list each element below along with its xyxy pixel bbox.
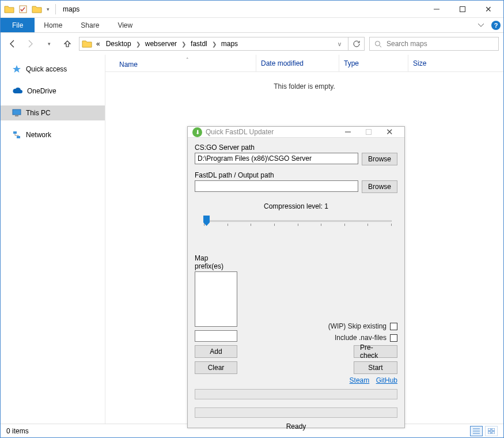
progress-bar-2 bbox=[195, 407, 397, 418]
dialog-minimize-button[interactable] bbox=[338, 127, 358, 137]
search-placeholder: Search maps bbox=[386, 40, 427, 48]
server-path-input[interactable] bbox=[195, 153, 358, 164]
up-button[interactable] bbox=[60, 37, 74, 51]
breadcrumb[interactable]: Desktop bbox=[104, 40, 133, 48]
tab-share[interactable]: Share bbox=[71, 18, 108, 32]
tab-file[interactable]: File bbox=[1, 18, 35, 32]
include-nav-row[interactable]: Include .nav-files bbox=[249, 334, 397, 342]
help-button[interactable]: ? bbox=[488, 18, 503, 32]
svg-point-3 bbox=[376, 41, 380, 46]
qat-dropdown-icon[interactable]: ▾ bbox=[44, 6, 52, 12]
view-details-icon[interactable] bbox=[470, 426, 483, 436]
slider-ticks bbox=[204, 224, 392, 227]
recent-dropdown-icon[interactable]: ▾ bbox=[42, 37, 56, 51]
fastdl-path-input[interactable] bbox=[195, 180, 358, 192]
back-button[interactable] bbox=[5, 37, 19, 51]
map-prefix-input[interactable] bbox=[195, 330, 237, 342]
tab-view[interactable]: View bbox=[108, 18, 142, 32]
sidebar-item-onedrive[interactable]: OneDrive bbox=[1, 84, 105, 99]
window-titlebar: ▾ maps ✕ bbox=[1, 1, 503, 18]
precheck-button[interactable]: Pre-check bbox=[354, 345, 397, 358]
svg-rect-5 bbox=[13, 110, 21, 115]
forward-button[interactable] bbox=[24, 37, 37, 51]
address-dropdown-icon[interactable]: v bbox=[335, 41, 344, 47]
start-button[interactable]: Start bbox=[354, 361, 397, 374]
skip-existing-checkbox[interactable] bbox=[390, 323, 397, 330]
divider bbox=[55, 4, 56, 14]
breadcrumb[interactable]: webserver bbox=[143, 40, 179, 48]
close-button[interactable]: ✕ bbox=[475, 1, 501, 17]
column-type[interactable]: Type bbox=[339, 55, 408, 71]
sidebar-item-network[interactable]: Network bbox=[1, 127, 105, 142]
address-bar-row: ▾ « Desktop ❯ webserver ❯ fastdl ❯ maps … bbox=[1, 33, 503, 55]
column-date[interactable]: Date modified bbox=[256, 55, 339, 71]
compression-slider[interactable] bbox=[195, 214, 397, 231]
sidebar-item-this-pc[interactable]: This PC bbox=[1, 105, 105, 120]
add-button[interactable]: Add bbox=[195, 345, 237, 358]
column-size[interactable]: Size bbox=[408, 55, 503, 71]
folder-icon bbox=[3, 3, 16, 16]
column-headers: ˄ Name Date modified Type Size bbox=[105, 55, 503, 72]
fastdl-path-label: FastDL path / Output path bbox=[195, 171, 397, 179]
map-prefix-list[interactable] bbox=[195, 271, 237, 327]
slider-thumb[interactable] bbox=[203, 216, 210, 226]
search-icon bbox=[374, 40, 382, 48]
svg-rect-12 bbox=[488, 428, 491, 431]
dialog-titlebar[interactable]: ⬇ Quick FastDL Updater ✕ bbox=[188, 127, 404, 138]
svg-rect-6 bbox=[15, 115, 18, 116]
maximize-button[interactable] bbox=[449, 1, 475, 17]
server-path-label: CS:GO Server path bbox=[195, 144, 397, 152]
refresh-button[interactable] bbox=[348, 37, 365, 51]
breadcrumb[interactable]: maps bbox=[219, 40, 240, 48]
empty-folder-message: This folder is empty. bbox=[105, 72, 503, 90]
steam-link[interactable]: Steam bbox=[350, 376, 370, 384]
chevron-right-icon[interactable]: ❯ bbox=[135, 41, 141, 47]
skip-existing-label: (WIP) Skip existing bbox=[328, 322, 386, 330]
sidebar-item-label: Network bbox=[26, 131, 51, 139]
properties-icon[interactable] bbox=[17, 3, 29, 16]
dialog-close-button[interactable]: ✕ bbox=[379, 127, 400, 137]
github-link[interactable]: GitHub bbox=[376, 376, 397, 384]
folder-icon bbox=[31, 3, 43, 16]
tab-home[interactable]: Home bbox=[35, 18, 71, 32]
breadcrumb-prefix[interactable]: « bbox=[94, 40, 102, 48]
map-prefix-label: Map prefix(es) bbox=[195, 254, 237, 270]
include-nav-checkbox[interactable] bbox=[390, 334, 397, 342]
clear-button[interactable]: Clear bbox=[195, 361, 237, 374]
view-large-icons-icon[interactable] bbox=[485, 426, 498, 436]
browse-fastdl-button[interactable]: Browse bbox=[362, 180, 397, 193]
sidebar-item-label: Quick access bbox=[26, 65, 67, 73]
item-count: 0 items bbox=[6, 427, 29, 435]
svg-line-4 bbox=[380, 46, 381, 47]
browse-server-button[interactable]: Browse bbox=[362, 153, 397, 165]
breadcrumb[interactable]: fastdl bbox=[189, 40, 209, 48]
pc-icon bbox=[12, 109, 21, 117]
svg-rect-17 bbox=[366, 130, 372, 135]
ribbon-tabs: File Home Share View ? bbox=[1, 18, 503, 33]
search-input[interactable]: Search maps bbox=[369, 37, 499, 51]
chevron-right-icon[interactable]: ❯ bbox=[211, 41, 217, 47]
chevron-right-icon[interactable]: ❯ bbox=[181, 41, 187, 47]
svg-rect-13 bbox=[492, 428, 495, 431]
slider-track bbox=[204, 220, 392, 222]
address-bar[interactable]: « Desktop ❯ webserver ❯ fastdl ❯ maps v bbox=[79, 37, 348, 51]
cloud-icon bbox=[12, 88, 22, 95]
include-nav-label: Include .nav-files bbox=[335, 334, 386, 342]
column-name[interactable]: ˄ Name bbox=[115, 55, 256, 71]
svg-rect-2 bbox=[460, 6, 465, 12]
dialog-title: Quick FastDL Updater bbox=[206, 128, 274, 136]
network-icon bbox=[12, 131, 21, 139]
dialog-status: Ready bbox=[195, 420, 397, 433]
star-icon bbox=[12, 65, 21, 74]
skip-existing-row[interactable]: (WIP) Skip existing bbox=[249, 322, 397, 330]
sidebar-item-label: OneDrive bbox=[27, 87, 56, 95]
minimize-button[interactable] bbox=[423, 1, 449, 17]
fastdl-updater-dialog: ⬇ Quick FastDL Updater ✕ CS:GO Server pa… bbox=[187, 126, 405, 428]
svg-rect-7 bbox=[13, 131, 17, 134]
svg-rect-15 bbox=[492, 432, 495, 434]
ribbon-collapse-icon[interactable] bbox=[473, 18, 488, 32]
svg-rect-8 bbox=[17, 136, 20, 138]
download-icon: ⬇ bbox=[192, 127, 202, 137]
sidebar-item-quick-access[interactable]: Quick access bbox=[1, 62, 105, 77]
sidebar-item-label: This PC bbox=[26, 109, 51, 117]
